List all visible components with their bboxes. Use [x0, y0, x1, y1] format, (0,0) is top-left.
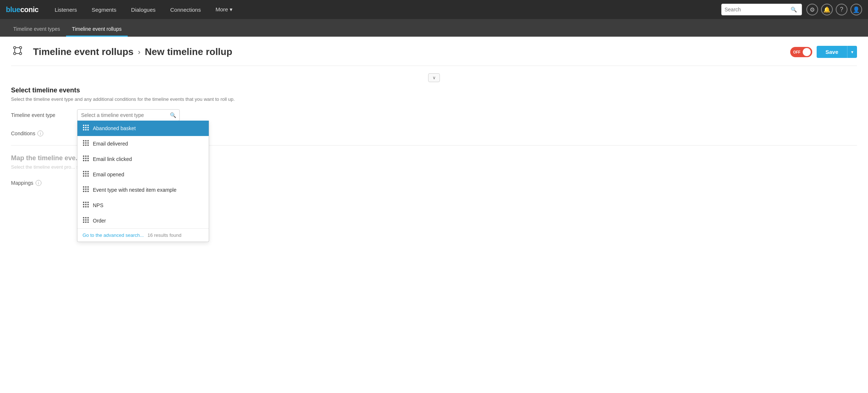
search-input[interactable]: [725, 7, 791, 12]
svg-point-60: [85, 206, 87, 207]
dropdown-item-label-3: Email opened: [93, 172, 124, 177]
conditions-label: Conditions i: [11, 128, 70, 136]
page-content: Timeline event rollups › New timeline ro…: [0, 37, 868, 393]
svg-point-39: [85, 173, 87, 175]
logo-conic: conic: [20, 5, 39, 14]
mappings-info-icon[interactable]: i: [36, 180, 41, 186]
logo[interactable]: blueconic: [6, 5, 39, 14]
svg-point-47: [83, 188, 84, 190]
select-section-title: Select timeline events: [11, 87, 857, 94]
svg-point-64: [87, 217, 89, 218]
event-dot-icon-4: [83, 186, 89, 192]
svg-point-58: [87, 204, 89, 205]
nav-segments[interactable]: Segments: [84, 0, 124, 19]
save-dropdown-button[interactable]: ▾: [847, 46, 857, 58]
toggle-container[interactable]: OFF: [790, 47, 812, 57]
search-icon: 🔍: [791, 7, 797, 12]
svg-point-38: [83, 173, 84, 175]
svg-point-51: [85, 191, 87, 192]
nav-listeners[interactable]: Listeners: [47, 0, 84, 19]
svg-point-55: [87, 202, 89, 203]
event-icon-3: [83, 170, 89, 179]
svg-point-11: [83, 127, 84, 128]
svg-point-18: [85, 140, 87, 142]
breadcrumb-parent[interactable]: Timeline event rollups: [33, 46, 134, 58]
svg-point-23: [83, 144, 84, 146]
save-button[interactable]: Save: [817, 46, 847, 58]
user-icon-btn[interactable]: 👤: [850, 4, 862, 15]
svg-point-36: [85, 171, 87, 172]
dropdown-item-5[interactable]: NPS: [77, 198, 209, 213]
notifications-icon-btn[interactable]: 🔔: [821, 4, 833, 15]
svg-point-9: [85, 125, 87, 126]
svg-point-35: [83, 171, 84, 172]
search-dropdown-icon: 🔍: [170, 112, 176, 118]
tab-timeline-event-types[interactable]: Timeline event types: [7, 26, 66, 37]
svg-point-45: [85, 186, 87, 188]
svg-point-33: [85, 160, 87, 161]
toggle-off[interactable]: OFF: [790, 47, 812, 57]
event-dot-icon-1: [83, 140, 89, 146]
page-icon: [11, 44, 24, 60]
svg-point-49: [87, 188, 89, 190]
svg-point-41: [83, 175, 84, 177]
sub-nav: Timeline event types Timeline event roll…: [0, 19, 868, 37]
svg-point-66: [85, 219, 87, 221]
svg-point-30: [85, 158, 87, 159]
search-box: 🔍: [721, 4, 802, 15]
dropdown-item-4[interactable]: Event type with nested item example: [77, 182, 209, 198]
svg-point-50: [83, 191, 84, 192]
nav-connections[interactable]: Connections: [163, 0, 208, 19]
breadcrumb-arrow: ›: [138, 48, 141, 56]
svg-point-69: [85, 221, 87, 223]
collapse-button[interactable]: ∨: [428, 73, 440, 82]
svg-point-70: [87, 221, 89, 223]
dropdown-item-3[interactable]: Email opened: [77, 167, 209, 182]
dropdown-item-6[interactable]: Order: [77, 213, 209, 228]
svg-point-53: [83, 202, 84, 203]
dropdown-item-1[interactable]: Email delivered: [77, 136, 209, 151]
toggle-knob: [803, 48, 811, 56]
dropdown-footer: Go to the advanced search... 16 results …: [77, 228, 209, 242]
event-dot-icon-6: [83, 217, 89, 223]
svg-point-34: [87, 160, 89, 161]
svg-point-24: [85, 144, 87, 146]
settings-icon-btn[interactable]: ⚙: [806, 4, 818, 15]
dropdown-item-label-1: Email delivered: [93, 141, 128, 147]
nav-dialogues[interactable]: Dialogues: [124, 0, 163, 19]
event-icon-6: [83, 217, 89, 225]
svg-point-8: [83, 125, 84, 126]
logo-blue: blue: [6, 5, 20, 14]
svg-point-61: [87, 206, 89, 207]
svg-point-48: [85, 188, 87, 190]
advanced-search-link[interactable]: Go to the advanced search...: [83, 232, 144, 238]
svg-point-21: [85, 142, 87, 144]
svg-point-40: [87, 173, 89, 175]
select-section-desc: Select the timeline event type and any a…: [11, 96, 857, 102]
breadcrumb: Timeline event rollups › New timeline ro…: [11, 44, 790, 60]
nav-more[interactable]: More ▾: [208, 0, 240, 19]
header-actions: OFF Save ▾: [790, 46, 857, 58]
dropdown-item-2[interactable]: Email link clicked: [77, 151, 209, 167]
svg-point-14: [83, 129, 84, 131]
select-section: Select timeline events Select the timeli…: [11, 87, 857, 136]
svg-point-20: [83, 142, 84, 144]
tab-timeline-event-rollups[interactable]: Timeline event rollups: [66, 26, 128, 37]
event-icon-0: [83, 124, 89, 132]
help-icon-btn[interactable]: ?: [836, 4, 847, 15]
event-type-input[interactable]: [77, 109, 180, 121]
top-nav: blueconic Listeners Segments Dialogues C…: [0, 0, 868, 19]
svg-point-25: [87, 144, 89, 146]
conditions-info-icon[interactable]: i: [37, 131, 43, 136]
dropdown-item-label-4: Event type with nested item example: [93, 187, 176, 193]
svg-point-62: [83, 217, 84, 218]
svg-point-44: [83, 186, 84, 188]
svg-point-52: [87, 191, 89, 192]
dropdown-item-0[interactable]: Abandoned basket: [77, 121, 209, 136]
breadcrumb-current: New timeline rollup: [145, 46, 232, 58]
event-icon-4: [83, 186, 89, 194]
event-icon-1: [83, 140, 89, 148]
svg-point-3: [19, 52, 22, 55]
svg-point-65: [83, 219, 84, 221]
svg-point-54: [85, 202, 87, 203]
